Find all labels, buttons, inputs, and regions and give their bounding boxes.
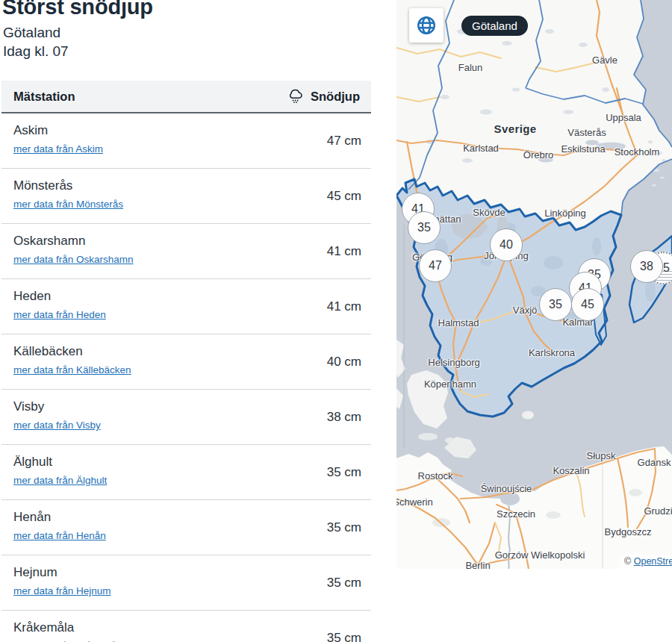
map-label: Halmstad [438,317,479,328]
station-name: Källebäcken [13,344,83,359]
globe-icon [415,14,438,37]
map-label: Skövde [473,207,505,218]
table-row: Mönsteråsmer data från Mönsterås45 cm [1,169,371,224]
station-link[interactable]: mer data från Askim [13,143,103,155]
table-row: Älghultmer data från Älghult35 cm [1,445,371,500]
snow-depth-value: 40 cm [327,334,361,389]
snow-depth-marker[interactable]: 35 [539,288,572,321]
marker-value: 35 [549,298,562,311]
map-label: Köpenhamn [424,378,476,390]
table-row: Henånmer data från Henån35 cm [1,500,371,555]
snow-depth-value: 35 cm [327,555,361,610]
region-subtitle: Götaland [3,25,60,41]
map-label: Gorzów Wielkopolski [495,549,585,561]
snow-depth-panel: Störst snödjup Götaland Idag kl. 07 Mäts… [0,0,371,642]
station-link[interactable]: mer data från Mönsterås [13,199,123,210]
map-label: Eskilstuna [561,143,605,155]
map-label: Grudziądz [644,505,672,517]
map-label: Schwerin [396,496,433,508]
station-link[interactable]: mer data från Henån [13,530,106,541]
column-header-station: Mätstation [13,90,75,104]
station-name: Hejnum [13,565,57,580]
map-label: Växjö [513,305,538,316]
map-label: Bydgoszcz [605,526,652,537]
table-row: Hedenmer data från Heden41 cm [1,279,371,334]
station-name: Älghult [13,455,52,470]
map-label: Berlin [465,560,490,570]
table-row: Askimmer data från Askim47 cm [1,113,371,169]
station-name: Kråkemåla [13,620,74,635]
snow-depth-marker[interactable]: 45 [571,288,604,321]
table-row: Visbymer data från Visby38 cm [1,390,371,445]
map-label: Karlskrona [529,347,575,358]
table-row: Hejnummer data från Hejnum35 cm [1,555,371,611]
map-label: Gävle [592,54,617,66]
station-link[interactable]: mer data från Hejnum [13,585,111,596]
map-label: Linköping [544,208,586,219]
map-attribution: © OpenStreetMap [620,555,672,569]
snow-depth-value: 41 cm [327,279,361,334]
table-row: Källebäckenmer data från Källebäcken40 c… [1,334,371,390]
station-link[interactable]: mer data från Heden [13,309,106,320]
snow-depth-value: 41 cm [327,224,361,278]
table-row: Kråkemålamer data från Kråkemåla35 cm [1,611,371,642]
snow-depth-marker[interactable]: 38 [630,250,663,283]
time-subtitle: Idag kl. 07 [3,43,69,60]
station-link[interactable]: mer data från Oskarshamn [13,254,134,265]
map-label: Falun [458,62,483,73]
station-name: Henån [13,510,51,525]
marker-value: 45 [581,298,594,311]
map-label: Helsingborg [428,357,479,368]
osm-link[interactable]: OpenStreetMap [634,556,672,567]
station-name: Oskarshamn [13,234,85,249]
station-name: Askim [13,123,48,138]
region-badge: Götaland [461,16,528,36]
map-label: Słupsk [586,450,615,461]
table-header: Mätstation Snödjup [1,81,371,113]
marker-value: 35 [417,221,431,234]
snow-depth-value: 35 cm [327,445,361,499]
marker-value: 47 [429,259,442,272]
snow-depth-table: Mätstation Snödjup Askimmer data från As… [1,81,371,642]
station-link[interactable]: mer data från Källebäcken [13,364,131,375]
station-name: Heden [13,289,51,304]
map-label: Stockholm [615,146,660,158]
map-label: Rostock [418,470,453,482]
station-name: Visby [13,399,44,414]
map-label: Koszalin [553,465,589,476]
marker-value: 38 [640,260,653,273]
map[interactable]: FalunGävleUppsalaSverigeVästeråsKarlstad… [396,0,672,569]
station-name: Mönsterås [13,178,72,193]
station-link[interactable]: mer data från Älghult [13,475,107,486]
map-label: Szczecin [497,508,535,520]
map-label: Świnoujście [481,483,532,494]
snow-depth-marker[interactable]: 47 [419,249,452,282]
station-link[interactable]: mer data från Visby [13,420,101,431]
map-canvas [396,0,672,569]
table-row: Oskarshamnmer data från Oskarshamn41 cm [1,224,371,279]
snow-depth-marker[interactable]: 35 [408,211,441,244]
page-title: Störst snödjup [2,0,153,19]
snow-depth-value: 45 cm [327,169,361,223]
snow-depth-value: 47 cm [327,113,361,168]
globe-button[interactable] [409,8,444,43]
map-label: Uppsala [606,112,641,123]
column-header-snodjup: Snödjup [311,90,360,104]
map-label: Västerås [567,127,606,138]
map-label: Gdansk [638,457,671,468]
map-label: Karlstad [463,143,499,154]
snow-depth-marker[interactable]: 40 [490,228,523,261]
copyright-symbol: © [624,556,631,567]
snow-depth-value: 35 cm [327,500,361,555]
map-label: Örebro [523,149,553,160]
country-label: Sverige [494,122,537,135]
snow-depth-value: 35 cm [327,611,361,642]
snow-depth-value: 38 cm [327,390,361,444]
snow-cloud-icon [287,88,304,105]
marker-value: 40 [500,238,513,252]
